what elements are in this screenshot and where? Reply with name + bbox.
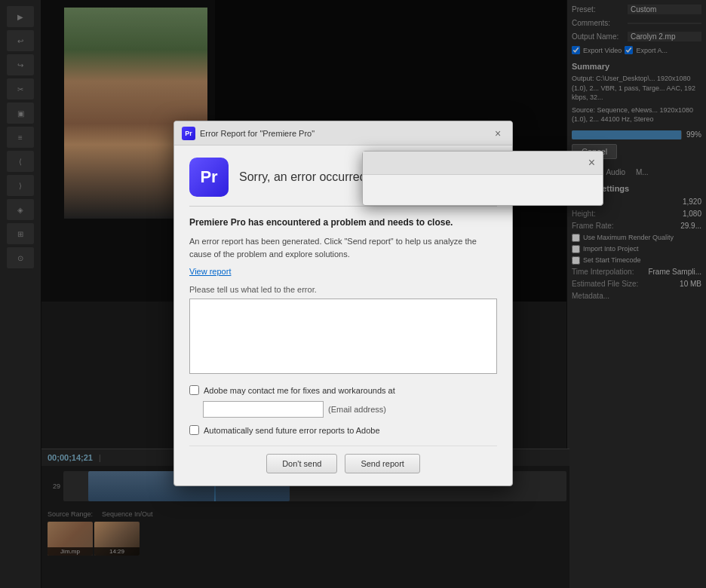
premiere-icon-large: Pr — [189, 158, 229, 197]
auto-send-checkbox-label: Automatically send future error reports … — [204, 426, 380, 435]
email-row: (Email address) — [203, 401, 497, 418]
auto-send-checkbox[interactable] — [189, 425, 199, 435]
dialog-title-left: Pr Error Report for "Premiere Pro" — [182, 127, 315, 140]
email-input[interactable] — [203, 401, 324, 418]
dont-send-button[interactable]: Don't send — [266, 454, 337, 473]
contact-checkbox-row: Adobe may contact me for fixes and worka… — [189, 385, 497, 395]
email-hint: (Email address) — [328, 405, 386, 414]
contact-checkbox-label: Adobe may contact me for fixes and worka… — [204, 386, 395, 395]
error-textarea[interactable] — [189, 299, 497, 374]
checkbox-section: Adobe may contact me for fixes and worka… — [189, 385, 497, 435]
error-desc: Premiere Pro has encountered a problem a… — [189, 217, 497, 228]
premiere-icon-small: Pr — [182, 127, 195, 140]
tell-us-label: Please tell us what led to the error. — [189, 285, 497, 294]
dialog-title-text: Error Report for "Premiere Pro" — [200, 129, 315, 138]
error-body-text: An error report has been generated. Clic… — [189, 235, 497, 260]
contact-checkbox[interactable] — [189, 385, 199, 395]
dialog-overlay: Pr Error Report for "Premiere Pro" × Pr … — [0, 0, 706, 588]
dialog-titlebar: Pr Error Report for "Premiere Pro" × — [174, 121, 512, 145]
view-report-link[interactable]: View report — [189, 267, 231, 276]
second-dialog-close-button[interactable]: × — [588, 156, 595, 170]
auto-send-checkbox-row: Automatically send future error reports … — [189, 425, 497, 435]
dialog-close-button[interactable]: × — [491, 127, 505, 140]
dialog-buttons: Don't send Send report — [189, 446, 497, 473]
error-title: Sorry, an error occurred — [239, 170, 367, 184]
second-dialog-titlebar: × — [363, 152, 603, 175]
second-dialog: × — [362, 151, 603, 206]
second-dialog-body — [363, 175, 603, 205]
send-report-button[interactable]: Send report — [345, 454, 419, 473]
